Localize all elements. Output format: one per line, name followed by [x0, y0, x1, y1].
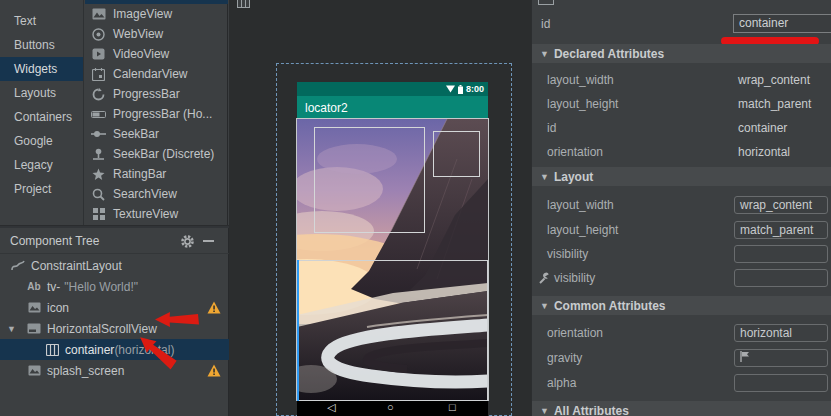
- attribute-label: orientation: [547, 326, 603, 340]
- palette-category-text[interactable]: Text: [0, 9, 83, 33]
- chevron-expand-icon[interactable]: ▼: [7, 324, 16, 334]
- chevron-collapse-icon: ▼: [540, 172, 549, 182]
- minimize-icon[interactable]: [203, 240, 214, 242]
- attribute-row: visibility: [532, 266, 831, 290]
- horizontalscrollview-icon: [26, 322, 42, 336]
- seekbar-icon: [91, 127, 106, 141]
- constraintlayout-icon: [10, 259, 26, 273]
- chevron-collapse-icon: ▼: [540, 49, 549, 59]
- tree-item-splash-screen[interactable]: splash_screen: [0, 360, 229, 381]
- widget-item-webview[interactable]: WebView: [85, 24, 227, 44]
- section-header-common-attributes[interactable]: ▼ Common Attributes: [532, 296, 831, 315]
- widget-item-label: SeekBar (Discrete): [113, 147, 214, 161]
- section-title: Declared Attributes: [554, 47, 664, 61]
- visibility-combobox[interactable]: [734, 245, 828, 263]
- section-header-layout[interactable]: ▼ Layout: [532, 167, 831, 186]
- phone-app-bar: locator2: [297, 96, 488, 119]
- cropped-component-icon: [538, 0, 554, 5]
- tree-item-constraintlayout[interactable]: ConstraintLayout: [0, 255, 229, 276]
- warning-icon[interactable]: [207, 364, 221, 377]
- section-title: Layout: [554, 170, 593, 184]
- tree-item-textview[interactable]: Ab tv- "Hello World!": [0, 276, 229, 297]
- palette-category-buttons[interactable]: Buttons: [0, 33, 83, 57]
- view-bounds-imageview[interactable]: [314, 127, 425, 233]
- attribute-label: visibility: [554, 271, 595, 285]
- seekbar-discrete-icon: [91, 147, 106, 161]
- widget-item-ratingbar[interactable]: RatingBar: [85, 164, 227, 184]
- attribute-label: layout_height: [547, 223, 618, 237]
- widget-item-progressbar-horizontal[interactable]: ProgressBar (Ho...: [85, 104, 227, 124]
- gravity-flags-field[interactable]: [734, 349, 828, 367]
- attribute-label: id: [547, 121, 556, 135]
- palette-category-containers[interactable]: Containers: [0, 105, 83, 129]
- textureview-icon: [91, 207, 106, 221]
- palette-category-project[interactable]: Project: [0, 177, 83, 201]
- attribute-row: id container: [532, 116, 831, 140]
- attribute-value[interactable]: match_parent: [738, 97, 811, 111]
- attribute-value[interactable]: horizontal: [738, 145, 790, 159]
- progressbar-icon: [91, 87, 106, 101]
- component-tree-panel: Component Tree ConstraintLayout Ab tv- "…: [0, 228, 229, 416]
- widget-item-seekbar[interactable]: SeekBar: [85, 124, 227, 144]
- tree-item-text-value: "Hello World!": [64, 280, 138, 294]
- attribute-row: orientation horizontal: [532, 321, 831, 345]
- id-input-field[interactable]: container: [733, 14, 831, 33]
- widget-item-videoview[interactable]: VideoView: [85, 44, 227, 64]
- palette-widget-list: ImageView WebView VideoView CalendarView: [85, 0, 228, 225]
- view-bounds-container-selected[interactable]: [297, 260, 488, 401]
- attribute-label: id: [541, 17, 550, 31]
- partially-visible-selected-item: [85, 0, 228, 4]
- design-surface[interactable]: 8:00 locator2: [229, 0, 531, 416]
- attribute-row: orientation horizontal: [532, 140, 831, 164]
- layout-height-combobox[interactable]: match_parent: [734, 221, 828, 239]
- widget-item-label: ImageView: [113, 7, 172, 21]
- ratingbar-star-icon: [91, 167, 106, 181]
- view-bounds-small-view[interactable]: [433, 131, 480, 177]
- alpha-field[interactable]: [734, 374, 828, 392]
- section-header-all-attributes[interactable]: ▼ All Attributes: [532, 401, 831, 416]
- attribute-label: orientation: [547, 145, 603, 159]
- tree-item-horizontalscrollview[interactable]: ▼ HorizontalScrollView: [0, 318, 229, 339]
- attribute-value[interactable]: wrap_content: [738, 73, 810, 87]
- imageview-icon: [26, 364, 42, 378]
- widget-item-textureview[interactable]: TextureView: [85, 204, 227, 224]
- tree-item-label: splash_screen: [47, 364, 124, 378]
- widget-item-seekbar-discrete[interactable]: SeekBar (Discrete): [85, 144, 227, 164]
- palette-category-google[interactable]: Google: [0, 129, 83, 153]
- attribute-row: layout_width wrap_content: [532, 68, 831, 92]
- widget-item-imageview[interactable]: ImageView: [85, 4, 227, 24]
- widget-item-calendarview[interactable]: CalendarView: [85, 64, 227, 84]
- section-header-declared-attributes[interactable]: ▼ Declared Attributes: [532, 44, 831, 63]
- widget-item-progressbar[interactable]: ProgressBar: [85, 84, 227, 104]
- palette-category-layouts[interactable]: Layouts: [0, 81, 83, 105]
- android-studio-layout-editor: Text Buttons Widgets Layouts Containers …: [0, 0, 831, 416]
- palette-category-widgets[interactable]: Widgets: [0, 57, 83, 81]
- orientation-combobox[interactable]: horizontal: [734, 324, 828, 342]
- attribute-row: visibility: [532, 242, 831, 266]
- palette-category-legacy[interactable]: Legacy: [0, 153, 83, 177]
- widget-item-searchview[interactable]: SearchView: [85, 184, 227, 204]
- component-tree-header: Component Tree: [0, 228, 229, 254]
- widget-item-label: RatingBar: [113, 167, 166, 181]
- tree-item-icon[interactable]: icon: [0, 297, 229, 318]
- attribute-label: layout_width: [547, 198, 614, 212]
- wifi-icon: [446, 85, 455, 93]
- attribute-value[interactable]: container: [738, 121, 787, 135]
- attributes-panel: id container ▼ Declared Attributes layou…: [531, 0, 831, 416]
- attribute-row: layout_width wrap_content: [532, 193, 831, 217]
- nav-recents-icon: □: [449, 400, 456, 415]
- widget-item-label: TextureView: [113, 207, 178, 221]
- tree-item-container-selected[interactable]: container (horizontal): [0, 339, 229, 360]
- searchview-magnifier-icon: [91, 187, 106, 201]
- attribute-label: layout_height: [547, 97, 618, 111]
- gear-icon[interactable]: [180, 234, 195, 249]
- chevron-collapse-icon: ▼: [540, 406, 549, 416]
- tools-visibility-combobox[interactable]: [734, 269, 828, 287]
- selected-edge-highlight: [297, 260, 299, 401]
- linearlayout-horizontal-icon: [44, 343, 60, 357]
- attribute-row: layout_height match_parent: [532, 218, 831, 242]
- warning-icon[interactable]: [207, 301, 221, 314]
- widget-item-label: WebView: [113, 27, 163, 41]
- wrench-icon: [538, 272, 550, 284]
- layout-width-combobox[interactable]: wrap_content: [734, 196, 828, 214]
